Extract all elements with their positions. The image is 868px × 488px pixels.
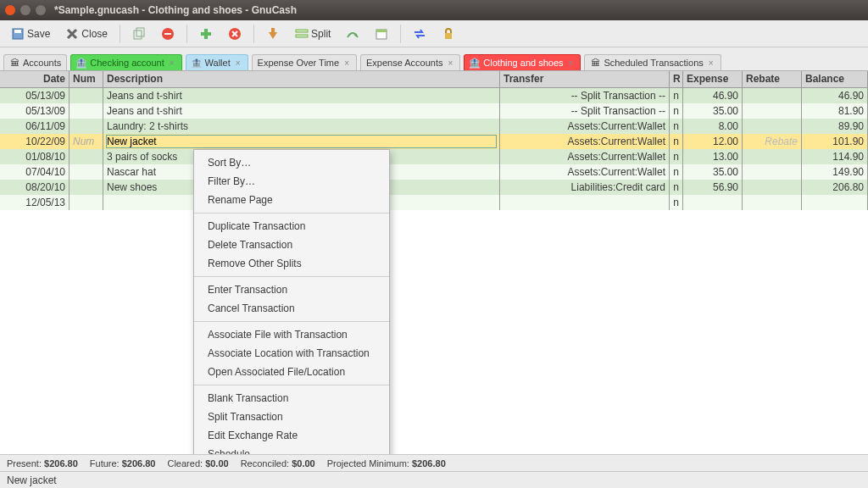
tab-close-icon[interactable]: × bbox=[342, 58, 351, 68]
context-menu-item[interactable]: Blank Transaction bbox=[194, 389, 389, 408]
cell-date[interactable]: 12/05/13 bbox=[0, 195, 70, 210]
tab-clothing-and-shoes[interactable]: 🏦 Clothing and shoes × bbox=[464, 54, 581, 70]
cell-transfer[interactable]: Assets:Current:Wallet bbox=[500, 119, 670, 134]
cell-transfer[interactable]: -- Split Transaction -- bbox=[500, 103, 670, 119]
context-menu-item[interactable]: Sort By… bbox=[194, 153, 389, 172]
cell-expense[interactable]: 8.00 bbox=[683, 119, 743, 134]
cell-transfer[interactable]: Liabilities:Credit card bbox=[500, 180, 670, 195]
cell-date[interactable]: 06/11/09 bbox=[0, 119, 70, 134]
col-expense-header[interactable]: Expense bbox=[683, 71, 743, 87]
add-button[interactable] bbox=[193, 24, 219, 44]
cell-description[interactable]: Laundry: 2 t-shirts bbox=[103, 119, 500, 134]
cell-transfer[interactable]: Assets:Current:Wallet bbox=[500, 164, 670, 180]
cell-balance[interactable]: 89.90 bbox=[802, 119, 868, 134]
cell-rebate[interactable] bbox=[743, 88, 802, 103]
register-row[interactable]: 12/05/13n bbox=[0, 195, 868, 210]
context-menu-item[interactable]: Delete Transaction bbox=[194, 236, 389, 254]
cell-balance[interactable]: 149.90 bbox=[802, 164, 868, 180]
cell-description[interactable] bbox=[103, 134, 500, 149]
duplicate-button[interactable] bbox=[126, 24, 152, 44]
cell-reconcile[interactable]: n bbox=[670, 103, 683, 119]
window-minimize-button[interactable] bbox=[20, 5, 31, 15]
cell-balance[interactable]: 81.90 bbox=[802, 103, 868, 119]
tab-checking-account[interactable]: 🏦 Checking account × bbox=[70, 54, 181, 70]
cell-balance[interactable]: 101.90 bbox=[802, 134, 868, 149]
context-menu-item[interactable]: Cancel Transaction bbox=[194, 299, 389, 318]
cell-num[interactable] bbox=[70, 164, 103, 180]
cell-balance[interactable] bbox=[802, 195, 868, 210]
context-menu-item[interactable]: Rename Page bbox=[194, 191, 389, 209]
col-transfer-header[interactable]: Transfer bbox=[500, 71, 670, 87]
cell-balance[interactable]: 46.90 bbox=[802, 88, 868, 103]
save-button[interactable]: Save bbox=[5, 24, 56, 44]
stop-button[interactable] bbox=[155, 24, 181, 44]
register-row[interactable]: 05/13/09Jeans and t-shirt-- Split Transa… bbox=[0, 88, 868, 103]
col-r-header[interactable]: R bbox=[670, 71, 683, 87]
tab-close-icon[interactable]: × bbox=[168, 58, 176, 68]
cell-expense[interactable] bbox=[683, 195, 743, 210]
register-row[interactable]: 01/08/103 pairs of socksAssets:Current:W… bbox=[0, 149, 868, 164]
split-button[interactable]: Split bbox=[289, 24, 337, 44]
cell-rebate[interactable] bbox=[743, 164, 802, 180]
cell-reconcile[interactable]: n bbox=[670, 134, 683, 149]
context-menu-item[interactable]: Edit Exchange Rate bbox=[194, 426, 389, 445]
cell-description[interactable]: Jeans and t-shirt bbox=[103, 103, 500, 119]
tab-accounts[interactable]: 🏛 Accounts bbox=[3, 54, 67, 70]
cell-num[interactable] bbox=[70, 119, 103, 134]
col-desc-header[interactable]: Description bbox=[103, 71, 500, 87]
description-input[interactable] bbox=[107, 136, 496, 147]
window-maximize-button[interactable] bbox=[36, 5, 46, 15]
cell-transfer[interactable]: Assets:Current:Wallet bbox=[500, 134, 670, 149]
cell-reconcile[interactable]: n bbox=[670, 119, 683, 134]
context-menu-item[interactable]: Split Transaction bbox=[194, 408, 389, 426]
cancel-button[interactable] bbox=[222, 24, 248, 44]
cell-transfer[interactable]: -- Split Transaction -- bbox=[500, 88, 670, 103]
context-menu-item[interactable]: Duplicate Transaction bbox=[194, 217, 389, 236]
cell-num[interactable] bbox=[70, 195, 103, 210]
cell-rebate[interactable] bbox=[743, 149, 802, 164]
cell-rebate[interactable]: Rebate bbox=[743, 134, 802, 149]
cell-transfer[interactable]: Assets:Current:Wallet bbox=[500, 149, 670, 164]
context-menu[interactable]: Sort By…Filter By…Rename PageDuplicate T… bbox=[193, 149, 390, 454]
tab-expense-over-time[interactable]: Expense Over Time × bbox=[252, 54, 357, 70]
cell-num[interactable] bbox=[70, 149, 103, 164]
cell-date[interactable]: 05/13/09 bbox=[0, 88, 70, 103]
tab-close-icon[interactable]: × bbox=[567, 58, 576, 68]
cell-expense[interactable]: 35.00 bbox=[683, 164, 743, 180]
cell-num[interactable] bbox=[70, 103, 103, 119]
cell-description[interactable]: Jeans and t-shirt bbox=[103, 88, 500, 103]
register-row[interactable]: 10/22/09NumAssets:Current:Walletn12.00Re… bbox=[0, 134, 868, 149]
cell-date[interactable]: 07/04/10 bbox=[0, 164, 70, 180]
tab-expense-accounts[interactable]: Expense Accounts × bbox=[360, 54, 460, 70]
context-menu-item[interactable]: Filter By… bbox=[194, 172, 389, 191]
context-menu-item[interactable]: Associate Location with Transaction bbox=[194, 344, 389, 363]
context-menu-item[interactable]: Enter Transaction bbox=[194, 280, 389, 299]
tab-close-icon[interactable]: × bbox=[707, 58, 715, 68]
register-row[interactable]: 05/13/09Jeans and t-shirt-- Split Transa… bbox=[0, 103, 868, 119]
cell-date[interactable]: 05/13/09 bbox=[0, 103, 70, 119]
cell-num[interactable] bbox=[70, 180, 103, 195]
schedule-button[interactable] bbox=[369, 24, 394, 44]
context-menu-item[interactable]: Schedule… bbox=[194, 445, 389, 454]
tab-wallet[interactable]: 🏦 Wallet × bbox=[186, 54, 248, 70]
cell-balance[interactable]: 206.80 bbox=[802, 180, 868, 195]
cell-expense[interactable]: 12.00 bbox=[683, 134, 743, 149]
cell-expense[interactable]: 13.00 bbox=[683, 149, 743, 164]
register[interactable]: 05/13/09Jeans and t-shirt-- Split Transa… bbox=[0, 88, 868, 454]
cell-num[interactable] bbox=[70, 88, 103, 103]
jump-button[interactable] bbox=[340, 24, 365, 44]
register-row[interactable]: 08/20/10New shoesLiabilities:Credit card… bbox=[0, 180, 868, 195]
context-menu-item[interactable]: Open Associated File/Location bbox=[194, 363, 389, 381]
cell-rebate[interactable] bbox=[743, 103, 802, 119]
cell-reconcile[interactable]: n bbox=[670, 195, 683, 210]
tab-scheduled-transactions[interactable]: 🏛 Scheduled Transactions × bbox=[584, 54, 721, 70]
blank-button[interactable] bbox=[260, 24, 286, 44]
cell-reconcile[interactable]: n bbox=[670, 164, 683, 180]
cell-date[interactable]: 01/08/10 bbox=[0, 149, 70, 164]
cell-rebate[interactable] bbox=[743, 180, 802, 195]
col-date-header[interactable]: Date bbox=[0, 71, 70, 87]
tab-close-icon[interactable]: × bbox=[447, 58, 455, 68]
context-menu-item[interactable]: Associate File with Transaction bbox=[194, 325, 389, 344]
register-row[interactable]: 06/11/09Laundry: 2 t-shirtsAssets:Curren… bbox=[0, 119, 868, 134]
cell-rebate[interactable] bbox=[743, 195, 802, 210]
